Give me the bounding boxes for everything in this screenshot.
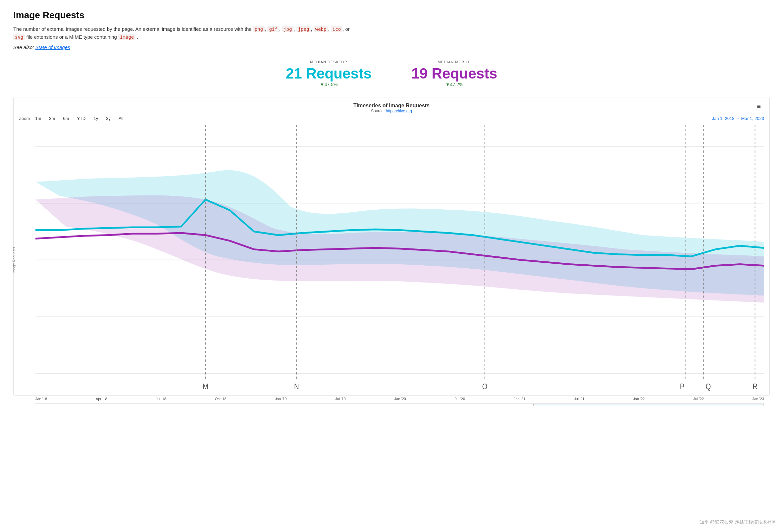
date-range: Jan 1, 2018 → Mar 1, 2023 bbox=[712, 116, 764, 121]
see-also: See also: State of Images bbox=[13, 44, 770, 50]
mobile-value: 19 Requests bbox=[411, 65, 497, 82]
x-label-jul18: Jul '18 bbox=[156, 397, 166, 401]
zoom-3m[interactable]: 3m bbox=[46, 115, 58, 122]
zoom-6m[interactable]: 6m bbox=[60, 115, 71, 122]
svg-text:R: R bbox=[753, 382, 757, 391]
mobile-unit: Requests bbox=[432, 65, 497, 82]
code-gif: gif bbox=[267, 26, 279, 32]
x-label-oct18: Oct '18 bbox=[215, 397, 226, 401]
chart-container: Timeseries of Image Requests Source: htt… bbox=[13, 97, 770, 396]
code-webp: webp bbox=[314, 26, 328, 32]
x-axis-labels: Jan '18 Apr '18 Jul '18 Oct '18 Jan '19 … bbox=[35, 396, 764, 404]
chart-header: Timeseries of Image Requests Source: htt… bbox=[19, 103, 764, 113]
x-label-jan20: Jan '20 bbox=[395, 397, 406, 401]
navigator[interactable]: 2011 2013 2015 2017 2019 bbox=[35, 404, 764, 405]
code-png: png bbox=[253, 26, 264, 32]
desktop-value: 21 Requests bbox=[286, 65, 372, 82]
svg-text:P: P bbox=[680, 382, 684, 391]
svg-text:Q: Q bbox=[706, 382, 711, 391]
zoom-1y[interactable]: 1y bbox=[91, 115, 101, 122]
x-label-jan23: Jan '23 bbox=[753, 397, 764, 401]
code-image: image bbox=[118, 34, 135, 40]
code-ico: ico bbox=[331, 26, 343, 32]
source-link[interactable]: httparchive.org bbox=[386, 108, 412, 113]
x-label-jul19: Jul '19 bbox=[335, 397, 345, 401]
see-also-link[interactable]: State of Images bbox=[35, 44, 70, 50]
x-label-jul20: Jul '20 bbox=[455, 397, 465, 401]
desktop-label: MEDIAN DESKTOP bbox=[286, 60, 372, 64]
page-title: Image Requests bbox=[13, 10, 770, 21]
zoom-1m[interactable]: 1m bbox=[32, 115, 44, 122]
see-also-label: See also: bbox=[13, 44, 34, 50]
x-label-jul21: Jul '21 bbox=[574, 397, 584, 401]
x-label-jan18: Jan '18 bbox=[35, 397, 47, 401]
chart-body: Image Requests 60 40 20 0 bbox=[19, 125, 764, 395]
zoom-ytd[interactable]: YTD bbox=[74, 115, 88, 122]
chart-menu-icon[interactable]: ≡ bbox=[757, 103, 761, 110]
x-label-jan22: Jan '22 bbox=[633, 397, 645, 401]
y-axis-label: Image Requests bbox=[12, 247, 16, 273]
page-description: The number of external images requested … bbox=[13, 25, 437, 41]
zoom-controls: Zoom 1m 3m 6m YTD 1y 3y All Jan 1, 2018 … bbox=[19, 115, 764, 122]
mobile-stat: MEDIAN MOBILE 19 Requests ▼47.2% bbox=[411, 60, 497, 87]
desktop-stat: MEDIAN DESKTOP 21 Requests ▼47.5% bbox=[286, 60, 372, 87]
x-label-jul22: Jul '22 bbox=[693, 397, 703, 401]
svg-text:N: N bbox=[294, 382, 299, 391]
chart-plot-area: 60 40 20 0 M N O P bbox=[35, 125, 764, 395]
stats-row: MEDIAN DESKTOP 21 Requests ▼47.5% MEDIAN… bbox=[13, 60, 770, 87]
desktop-change: ▼47.5% bbox=[286, 82, 372, 87]
mobile-change: ▼47.2% bbox=[411, 82, 497, 87]
mobile-number: 19 bbox=[411, 65, 428, 82]
desktop-unit: Requests bbox=[306, 65, 372, 82]
x-label-apr18: Apr '18 bbox=[96, 397, 107, 401]
svg-text:M: M bbox=[203, 382, 208, 391]
zoom-all[interactable]: All bbox=[116, 115, 126, 122]
code-jpeg: jpeg bbox=[296, 26, 311, 32]
x-label-jan19: Jan '19 bbox=[275, 397, 286, 401]
navigator-svg bbox=[35, 404, 764, 405]
chart-source: Source: httparchive.org bbox=[19, 108, 764, 113]
nav-selection[interactable] bbox=[533, 404, 764, 405]
code-svg: svg bbox=[13, 34, 25, 40]
source-label: Source: bbox=[371, 108, 384, 113]
zoom-3y[interactable]: 3y bbox=[103, 115, 113, 122]
desktop-number: 21 bbox=[286, 65, 302, 82]
x-label-jan21: Jan '21 bbox=[514, 397, 525, 401]
mobile-label: MEDIAN MOBILE bbox=[411, 60, 497, 64]
y-axis: Image Requests bbox=[19, 125, 35, 395]
code-jpg: jpg bbox=[282, 26, 293, 32]
main-chart-svg: 60 40 20 0 M N O P bbox=[35, 125, 764, 395]
svg-text:O: O bbox=[482, 382, 488, 391]
zoom-label: Zoom bbox=[19, 116, 30, 121]
chart-title: Timeseries of Image Requests bbox=[19, 103, 764, 108]
